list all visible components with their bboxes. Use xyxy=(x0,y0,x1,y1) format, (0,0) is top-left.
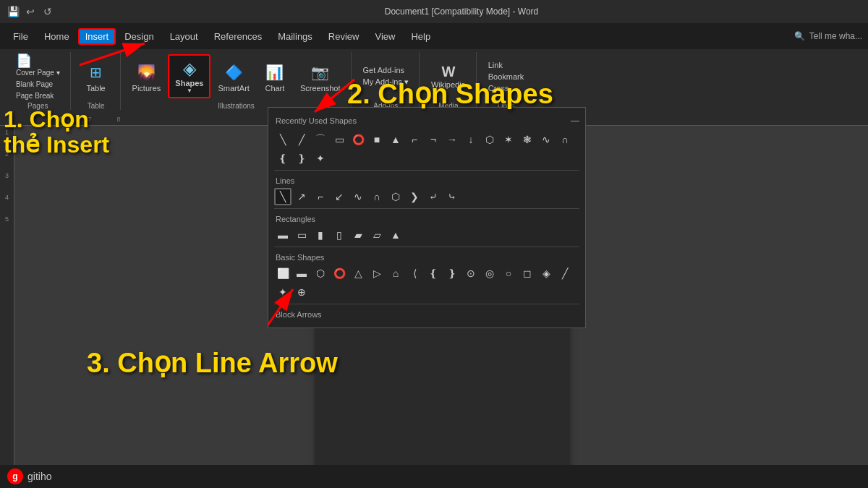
lines-title: Lines xyxy=(274,174,579,188)
shapes-button[interactable]: ◈ Shapes ▼ xyxy=(168,54,210,98)
shape-basic10[interactable]: ❵ xyxy=(443,265,461,282)
smartart-button[interactable]: 🔷 SmartArt xyxy=(213,58,253,95)
menu-review[interactable]: Review xyxy=(321,28,367,45)
shape-basic5[interactable]: △ xyxy=(349,265,367,282)
shape-arrow-r[interactable]: → xyxy=(443,131,461,148)
shape-corner1[interactable]: ⌐ xyxy=(406,131,423,148)
menu-references[interactable]: References xyxy=(207,28,269,45)
shape-line9[interactable]: ⤶ xyxy=(425,188,442,205)
rectangles-shapes: ▬ ▭ ▮ ▯ ▰ ▱ ▲ xyxy=(274,226,579,244)
shape-basic18[interactable]: ⊕ xyxy=(293,283,310,301)
menu-help[interactable]: Help xyxy=(404,28,438,45)
menu-insert[interactable]: Insert xyxy=(78,28,116,45)
shape-basic6[interactable]: ▷ xyxy=(368,265,386,282)
shape-star[interactable]: ✶ xyxy=(500,131,517,148)
shape-rect7[interactable]: ▲ xyxy=(387,226,404,244)
menu-mailings[interactable]: Mailings xyxy=(271,28,320,45)
ruler-mark-3: 7 xyxy=(75,116,104,123)
shape-basic16[interactable]: ╱ xyxy=(556,265,574,282)
shape-rect[interactable]: ▭ xyxy=(331,131,348,148)
shape-squiggle[interactable]: ❃ xyxy=(519,131,536,148)
menu-home[interactable]: Home xyxy=(37,28,77,45)
search-area[interactable]: 🔍 Tell me wha... xyxy=(794,31,862,41)
ruler-num-2: 2 xyxy=(5,150,9,158)
table-button[interactable]: ⊞ Table xyxy=(78,58,114,95)
shape-line7[interactable]: ⬡ xyxy=(387,188,404,205)
shape-basic17[interactable]: ✦ xyxy=(274,283,292,301)
shape-line10[interactable]: ⤷ xyxy=(443,188,461,205)
shape-basic2[interactable]: ▬ xyxy=(293,265,310,282)
wikipedia-button[interactable]: W Wikipedia xyxy=(427,61,470,92)
shape-triangle[interactable]: ▲ xyxy=(387,131,404,148)
bookmark-button[interactable]: Bookmark xyxy=(484,72,529,82)
shape-basic9[interactable]: ❴ xyxy=(425,265,442,282)
shape-rect6[interactable]: ▱ xyxy=(368,226,386,244)
shape-line-diag2[interactable]: ╱ xyxy=(293,131,310,148)
menu-view[interactable]: View xyxy=(367,28,402,45)
shape-line-diag[interactable]: ╲ xyxy=(274,131,292,148)
shape-brace2[interactable]: ❵ xyxy=(293,150,310,167)
menu-design[interactable]: Design xyxy=(117,28,161,45)
save-icon[interactable]: 💾 xyxy=(7,6,19,17)
shape-basic13[interactable]: ○ xyxy=(500,265,517,282)
shape-basic4[interactable]: ⭕ xyxy=(331,265,348,282)
shape-line5[interactable]: ∿ xyxy=(349,188,367,205)
shape-line6[interactable]: ∩ xyxy=(368,188,386,205)
my-addins-button[interactable]: My Add-ins ▾ xyxy=(359,77,413,87)
ribbon-group-addins: Get Add-ins My Add-ins ▾ Add-ins xyxy=(353,52,420,110)
menu-layout[interactable]: Layout xyxy=(163,28,205,45)
shape-basic11[interactable]: ⊙ xyxy=(462,265,480,282)
shape-rect4[interactable]: ▯ xyxy=(331,226,348,244)
shape-basic3[interactable]: ⬡ xyxy=(312,265,329,282)
table-group-label: Table xyxy=(88,102,105,110)
shape-line-curve[interactable]: ⌒ xyxy=(312,131,329,148)
shape-rect5[interactable]: ▰ xyxy=(349,226,367,244)
shape-brace1[interactable]: ❴ xyxy=(274,150,292,167)
recently-used-title: Recently Used Shapes xyxy=(274,114,358,128)
shape-line4[interactable]: ↙ xyxy=(331,188,348,205)
shape-line-arrow[interactable]: ╲ xyxy=(274,188,292,205)
title-bar-controls[interactable]: 💾 ↩ ↺ xyxy=(7,6,54,17)
shape-rect1[interactable]: ▬ xyxy=(274,226,292,244)
gitiho-branding: g gitiho xyxy=(7,468,51,484)
shape-basic15[interactable]: ◈ xyxy=(537,265,555,282)
shape-corner2[interactable]: ¬ xyxy=(425,131,442,148)
shape-wave[interactable]: ∿ xyxy=(537,131,555,148)
shape-basic1[interactable]: ⬜ xyxy=(274,265,292,282)
shapes-panel-close[interactable]: — xyxy=(571,116,579,126)
smartart-icon: 🔷 xyxy=(222,61,245,84)
shape-square[interactable]: ■ xyxy=(368,131,386,148)
undo-icon[interactable]: ↩ xyxy=(25,6,36,17)
cross-ref-button[interactable]: Cross-... xyxy=(484,83,529,93)
shape-basic14[interactable]: ◻ xyxy=(519,265,536,282)
shape-line2[interactable]: ↗ xyxy=(293,188,310,205)
ruler-mark-4: 8 xyxy=(104,116,133,123)
shape-basic8[interactable]: ⟨ xyxy=(406,265,423,282)
pages-buttons: 📄 Cover Page ▾ Blank Page Page Break xyxy=(12,52,64,100)
search-placeholder[interactable]: Tell me wha... xyxy=(809,31,862,41)
shape-basic7[interactable]: ⌂ xyxy=(387,265,404,282)
cover-page-button[interactable]: 📄 Cover Page ▾ xyxy=(12,52,64,77)
shape-hex[interactable]: ⬡ xyxy=(481,131,498,148)
shape-arrow-d[interactable]: ↓ xyxy=(462,131,480,148)
page-break-button[interactable]: Page Break xyxy=(12,90,64,100)
shape-rect2[interactable]: ▭ xyxy=(293,226,310,244)
shape-line8[interactable]: ❯ xyxy=(406,188,423,205)
link-button[interactable]: Link xyxy=(484,60,529,70)
ruler-marks: 5 6 7 8 xyxy=(17,116,133,123)
chart-button[interactable]: 📊 Chart xyxy=(257,58,293,95)
screenshot-button[interactable]: 📷 Screenshot xyxy=(296,58,345,95)
shape-basic12[interactable]: ◎ xyxy=(481,265,498,282)
menu-file[interactable]: File xyxy=(6,28,35,45)
shape-rect3[interactable]: ▮ xyxy=(312,226,329,244)
blank-page-button[interactable]: Blank Page xyxy=(12,79,64,89)
pictures-button[interactable]: 🌄 Pictures xyxy=(128,58,166,95)
table-buttons: ⊞ Table xyxy=(78,52,114,100)
get-addins-button[interactable]: Get Add-ins xyxy=(359,65,413,75)
redo-icon[interactable]: ↺ xyxy=(42,6,54,17)
shape-line3[interactable]: ⌐ xyxy=(312,188,329,205)
window-title: Document1 [Compatibility Mode] - Word xyxy=(62,7,861,17)
shape-ellipse[interactable]: ⭕ xyxy=(349,131,367,148)
shape-arc[interactable]: ∩ xyxy=(556,131,574,148)
shape-star2[interactable]: ✦ xyxy=(312,150,329,167)
